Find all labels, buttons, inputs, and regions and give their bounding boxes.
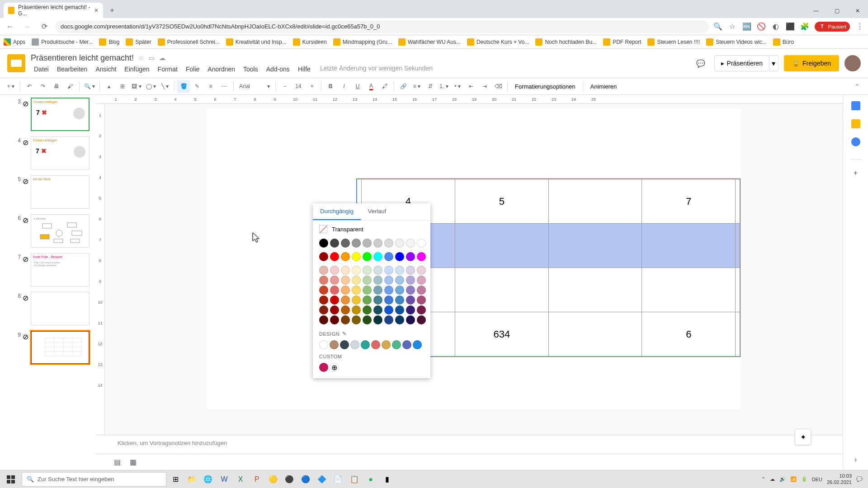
font-size-minus[interactable]: − [278,80,291,93]
account-avatar[interactable] [844,55,861,71]
menu-tools[interactable]: Tools [240,65,261,74]
present-button[interactable]: ▸ Präsentieren [714,55,769,71]
app-icon[interactable]: ▮ [380,472,394,487]
slide-thumb[interactable]: 1 Minuten [31,214,90,248]
share-button[interactable]: 🔒 Freigeben [784,55,839,71]
color-swatch[interactable] [319,239,328,248]
slide-thumb[interactable]: Erste Folie - BeispielFolie 1 als erstes… [31,253,90,286]
speaker-notes[interactable]: Klicken, um Vortragsnotizen hinzuzufügen [96,435,843,454]
transition-icon[interactable]: ⊘ [23,99,29,106]
bookmark-item[interactable]: Kursideen [293,38,327,46]
forward-button[interactable]: → [21,20,33,33]
menu-hilfe[interactable]: Hilfe [295,65,314,74]
color-swatch[interactable] [361,340,370,349]
color-swatch[interactable] [417,296,426,305]
menu-einfuegen[interactable]: Einfügen [121,65,152,74]
color-swatch[interactable] [384,239,393,248]
transition-icon[interactable]: ⊘ [23,333,29,339]
add-custom-color-button[interactable]: ⊕ [330,363,339,372]
color-swatch[interactable] [384,315,393,324]
text-color-button[interactable]: A [365,80,377,93]
clear-formatting-button[interactable]: ⌫ [492,80,505,93]
color-swatch[interactable] [352,286,361,295]
color-swatch[interactable] [319,315,328,324]
bookmark-item[interactable]: Noch hochladen Bu... [535,38,597,46]
color-swatch[interactable] [341,276,350,285]
reload-button[interactable]: ⟳ [38,20,51,33]
color-swatch[interactable] [330,276,339,285]
color-swatch[interactable] [341,286,350,295]
color-swatch[interactable] [373,286,382,295]
app-icon[interactable]: 📄 [331,472,345,487]
line-spacing-button[interactable]: ⇵ [424,80,437,93]
textbox-tool[interactable]: ⊞ [116,80,129,93]
color-swatch[interactable] [406,286,415,295]
color-swatch[interactable] [395,239,404,248]
slide-thumb[interactable]: Formen einfügen7 ✖ [31,136,90,170]
color-swatch[interactable] [395,315,404,324]
color-swatch[interactable] [341,305,350,314]
extension-icon-2[interactable]: ⬛ [786,22,795,31]
color-swatch[interactable] [395,252,404,261]
color-swatch[interactable] [330,296,339,305]
color-swatch[interactable] [417,305,426,314]
url-input[interactable]: docs.google.com/presentation/d/1yV372SO5… [55,20,709,33]
color-swatch[interactable] [417,276,426,285]
taskbar-clock[interactable]: 10:03 26.02.2021 [827,473,852,485]
app-icon[interactable]: ⚫ [282,472,297,487]
bookmark-item[interactable]: Wahlfächer WU Aus... [398,38,461,46]
network-icon[interactable]: 📶 [790,476,797,482]
bookmark-item[interactable]: Professionell Schrei... [158,38,220,46]
color-swatch[interactable] [352,315,361,324]
spotify-icon[interactable]: ● [363,472,378,487]
star-icon[interactable]: ☆ [728,22,737,31]
undo-button[interactable]: ↶ [23,80,36,93]
color-swatch[interactable] [384,276,393,285]
app-icon[interactable]: 📋 [347,472,362,487]
color-swatch[interactable] [319,296,328,305]
paint-format-button[interactable]: 🖌 [64,80,76,93]
border-color-button[interactable]: ✎ [191,80,203,93]
comments-button[interactable]: 💬 [693,55,709,71]
apps-shortcut[interactable]: Apps [4,38,25,46]
edit-theme-icon[interactable]: ✎ [342,331,347,337]
color-swatch[interactable] [406,296,415,305]
color-swatch[interactable] [406,266,415,275]
color-swatch[interactable] [319,276,328,285]
color-swatch[interactable] [330,340,339,349]
color-swatch[interactable] [363,315,372,324]
transition-icon[interactable]: ⊘ [23,138,29,145]
color-swatch[interactable] [319,252,328,261]
indent-increase-button[interactable]: ⇥ [478,80,491,93]
menu-bearbeiten[interactable]: Bearbeiten [54,65,91,74]
color-swatch[interactable] [363,286,372,295]
word-icon[interactable]: W [217,472,231,487]
start-button[interactable] [2,470,20,488]
color-swatch[interactable] [417,266,426,275]
color-swatch[interactable] [406,305,415,314]
grid-view-button[interactable]: ▦ [130,458,137,466]
border-dash-button[interactable]: ⋯ [218,80,231,93]
new-tab-button[interactable]: + [106,4,118,17]
color-swatch[interactable] [352,266,361,275]
align-button[interactable]: ≡ ▾ [410,80,423,93]
redo-button[interactable]: ↷ [37,80,49,93]
menu-datei[interactable]: Datei [31,65,52,74]
color-swatch[interactable] [395,305,404,314]
color-swatch[interactable] [406,276,415,285]
color-swatch[interactable] [392,340,401,349]
color-swatch[interactable] [373,239,382,248]
indent-decrease-button[interactable]: ⇤ [465,80,477,93]
bookmark-item[interactable]: Mindmapping (Gru... [333,38,392,46]
select-tool[interactable]: ▴ [103,80,115,93]
slide-thumb[interactable]: Ich bin Texxt [31,175,90,209]
edge-icon[interactable]: 🌐 [201,472,215,487]
color-swatch[interactable] [384,305,393,314]
shape-tool[interactable]: ◯ ▾ [144,80,158,93]
slide-thumb[interactable]: Formen einfügen7 ✖ [31,98,90,131]
color-swatch[interactable] [330,252,339,261]
menu-ansicht[interactable]: Ansicht [92,65,119,74]
chrome-icon[interactable]: 🔵 [298,472,313,487]
powerpoint-icon[interactable]: P [250,472,264,487]
app-icon[interactable]: 🟡 [266,472,280,487]
